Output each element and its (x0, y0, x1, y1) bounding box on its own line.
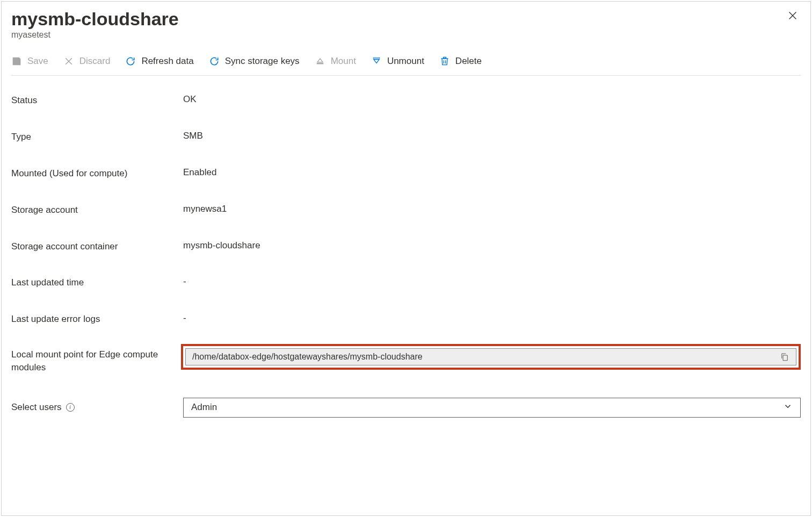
mount-icon (315, 56, 325, 67)
header: mysmb-cloudshare myasetest (11, 9, 801, 40)
status-label: Status (11, 94, 183, 107)
unmount-icon (371, 56, 382, 67)
info-icon[interactable]: i (66, 403, 75, 412)
select-users-value: Admin (191, 402, 217, 413)
save-icon (11, 56, 22, 67)
sync-label: Sync storage keys (225, 56, 300, 67)
sync-button[interactable]: Sync storage keys (209, 55, 300, 68)
refresh-button[interactable]: Refresh data (125, 55, 193, 68)
mount-label: Mount (331, 56, 356, 67)
status-value: OK (183, 94, 801, 105)
type-row: Type SMB (11, 131, 801, 143)
mounted-value: Enabled (183, 167, 801, 178)
refresh-label: Refresh data (141, 56, 193, 67)
storage-account-row: Storage account mynewsa1 (11, 204, 801, 217)
delete-label: Delete (455, 56, 482, 67)
save-label: Save (27, 56, 48, 67)
delete-icon (439, 56, 450, 67)
last-error-logs-value: - (183, 313, 801, 324)
share-details-panel: mysmb-cloudshare myasetest Save Discard (1, 1, 811, 516)
close-button[interactable] (785, 9, 801, 24)
save-button: Save (11, 55, 48, 68)
page-title: mysmb-cloudshare (11, 9, 179, 29)
svg-rect-0 (317, 63, 323, 64)
svg-rect-2 (783, 355, 787, 361)
header-titles: mysmb-cloudshare myasetest (11, 9, 179, 40)
storage-container-value: mysmb-cloudshare (183, 240, 801, 251)
select-users-label: Select users i (11, 401, 183, 414)
chevron-down-icon (783, 401, 793, 414)
unmount-button[interactable]: Unmount (371, 55, 424, 68)
properties-section: Status OK Type SMB Mounted (Used for com… (11, 94, 801, 417)
close-icon (787, 8, 799, 25)
copy-icon[interactable] (780, 352, 789, 362)
storage-account-value: mynewsa1 (183, 204, 801, 214)
select-users-dropdown[interactable]: Admin (183, 398, 801, 418)
breadcrumb-parent: myasetest (11, 30, 179, 40)
mount-button: Mount (315, 55, 356, 68)
discard-button: Discard (63, 55, 111, 68)
discard-icon (63, 56, 74, 67)
mount-point-value: /home/databox-edge/hostgatewayshares/mys… (192, 352, 423, 362)
delete-button[interactable]: Delete (439, 55, 482, 68)
last-error-logs-label: Last update error logs (11, 313, 183, 326)
mount-point-row: Local mount point for Edge compute modul… (11, 344, 801, 374)
last-updated-value: - (183, 276, 801, 287)
mounted-row: Mounted (Used for compute) Enabled (11, 167, 801, 180)
last-error-logs-row: Last update error logs - (11, 313, 801, 326)
unmount-label: Unmount (387, 56, 424, 67)
svg-rect-1 (373, 58, 380, 59)
mount-point-highlight: /home/databox-edge/hostgatewayshares/mys… (181, 344, 801, 370)
sync-icon (209, 56, 220, 67)
toolbar: Save Discard Refresh data Sync storage k… (11, 55, 801, 76)
last-updated-row: Last updated time - (11, 276, 801, 289)
select-users-label-text: Select users (11, 401, 62, 414)
discard-label: Discard (79, 56, 111, 67)
status-row: Status OK (11, 94, 801, 107)
mount-point-label: Local mount point for Edge compute modul… (11, 344, 183, 374)
storage-container-row: Storage account container mysmb-cloudsha… (11, 240, 801, 253)
select-users-row: Select users i Admin (11, 398, 801, 418)
type-value: SMB (183, 131, 801, 141)
mount-point-field[interactable]: /home/databox-edge/hostgatewayshares/mys… (185, 348, 796, 365)
mounted-label: Mounted (Used for compute) (11, 167, 183, 180)
storage-container-label: Storage account container (11, 240, 183, 253)
refresh-icon (125, 56, 136, 67)
storage-account-label: Storage account (11, 204, 183, 217)
last-updated-label: Last updated time (11, 276, 183, 289)
type-label: Type (11, 131, 183, 143)
